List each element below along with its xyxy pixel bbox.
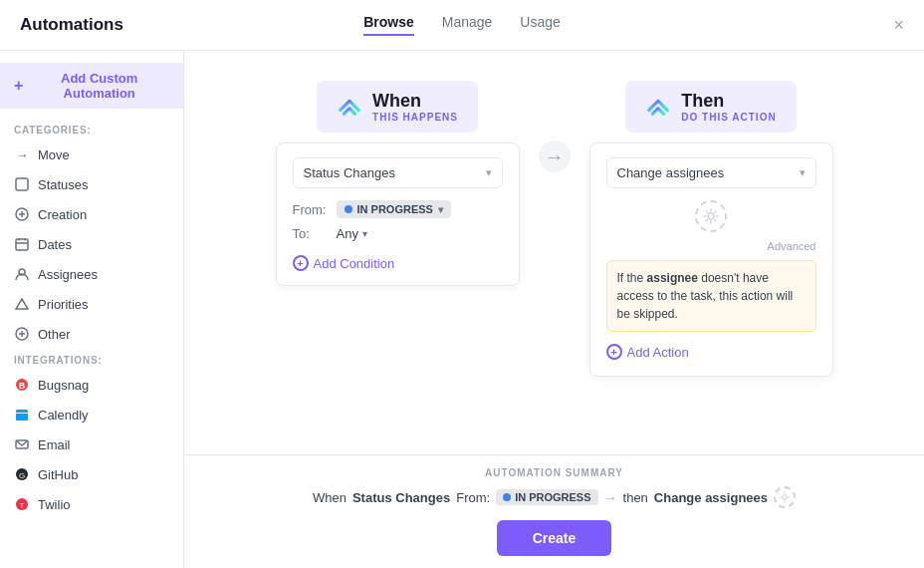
svg-point-22 bbox=[708, 213, 714, 219]
gear-icon bbox=[695, 200, 727, 232]
summary-status-value: IN PROGRESS bbox=[515, 491, 590, 503]
svg-text:T: T bbox=[20, 501, 25, 510]
summary-arrow-icon: → bbox=[604, 490, 617, 505]
chevron-down-icon: ▾ bbox=[486, 166, 492, 179]
advanced-link[interactable]: Advanced bbox=[606, 240, 816, 252]
modal-body: + Add Custom Automation CATEGORIES: → Mo… bbox=[0, 51, 924, 568]
sidebar-item-other[interactable]: Other bbox=[0, 319, 183, 349]
svg-text:G: G bbox=[19, 471, 25, 480]
tabs-container: Browse Manage Usage bbox=[363, 14, 561, 36]
sidebar-item-label: Other bbox=[38, 327, 71, 342]
categories-label: CATEGORIES: bbox=[0, 119, 183, 140]
priorities-icon bbox=[14, 296, 30, 312]
when-sub-text: THIS HAPPENS bbox=[372, 112, 458, 123]
then-block: Then DO THIS ACTION Change assignees ▾ bbox=[589, 81, 833, 377]
to-label: To: bbox=[293, 226, 329, 241]
sidebar-item-github[interactable]: G GitHub bbox=[0, 459, 183, 489]
change-assignees-dropdown[interactable]: Change assignees ▾ bbox=[606, 157, 816, 188]
sidebar-item-calendly[interactable]: Calendly bbox=[0, 400, 183, 429]
sidebar-item-label: Twilio bbox=[38, 497, 71, 512]
email-icon bbox=[14, 436, 30, 452]
sidebar-item-label: Priorities bbox=[38, 297, 89, 312]
warning-text-before: If the bbox=[617, 271, 647, 285]
summary-section: AUTOMATION SUMMARY When Status Changes F… bbox=[184, 454, 924, 568]
automation-builder: When THIS HAPPENS Status Changes ▾ From: bbox=[184, 51, 924, 454]
add-condition-label: Add Condition bbox=[314, 256, 395, 271]
modal-title: Automations bbox=[20, 15, 123, 35]
assignees-icon bbox=[14, 266, 30, 282]
then-title: Then DO THIS ACTION bbox=[681, 91, 776, 123]
creation-icon bbox=[14, 206, 30, 222]
svg-text:B: B bbox=[19, 381, 26, 391]
sidebar-item-label: Email bbox=[38, 437, 71, 452]
summary-status-badge: IN PROGRESS bbox=[496, 489, 597, 505]
status-changes-dropdown[interactable]: Status Changes ▾ bbox=[293, 157, 503, 188]
then-sub-text: DO THIS ACTION bbox=[681, 112, 776, 123]
when-main-text: When bbox=[372, 91, 458, 112]
summary-from: From: bbox=[456, 490, 490, 505]
to-row: To: Any ▾ bbox=[293, 226, 503, 241]
summary-status-dot bbox=[503, 493, 511, 501]
svg-rect-0 bbox=[16, 178, 28, 190]
when-title: When THIS HAPPENS bbox=[372, 91, 458, 123]
calendly-icon bbox=[14, 407, 30, 423]
dropdown-value: Status Changes bbox=[304, 165, 396, 180]
sidebar-item-creation[interactable]: Creation bbox=[0, 199, 183, 229]
action-dropdown-value: Change assignees bbox=[617, 165, 725, 180]
summary-change-assignees: Change assignees bbox=[654, 490, 768, 505]
action-card: Change assignees ▾ Advanced If the assig… bbox=[589, 142, 833, 377]
automations-modal: Automations Browse Manage Usage × + Add … bbox=[0, 0, 924, 568]
warning-bold: assignee bbox=[647, 271, 698, 285]
sidebar-item-assignees[interactable]: Assignees bbox=[0, 259, 183, 289]
main-content: When THIS HAPPENS Status Changes ▾ From: bbox=[184, 51, 924, 568]
sidebar-item-label: Statuses bbox=[38, 177, 89, 192]
condition-card: Status Changes ▾ From: IN PROGRESS ▾ bbox=[276, 142, 520, 286]
tab-manage[interactable]: Manage bbox=[442, 14, 493, 36]
add-custom-automation-button[interactable]: + Add Custom Automation bbox=[0, 63, 183, 109]
sidebar-item-statuses[interactable]: Statuses bbox=[0, 169, 183, 199]
sidebar-item-label: Assignees bbox=[38, 267, 98, 282]
action-chevron-icon: ▾ bbox=[800, 166, 806, 179]
add-condition-plus-icon: + bbox=[293, 255, 309, 271]
summary-text: When Status Changes From: IN PROGRESS → … bbox=[204, 486, 904, 508]
add-action-button[interactable]: + Add Action bbox=[606, 342, 689, 362]
any-chevron: ▾ bbox=[362, 228, 367, 239]
when-clickup-icon bbox=[337, 94, 362, 120]
move-icon: → bbox=[14, 146, 30, 162]
svg-point-23 bbox=[783, 495, 788, 500]
add-action-label: Add Action bbox=[627, 345, 689, 360]
then-clickup-icon bbox=[645, 94, 671, 120]
integrations-label: INTEGRATIONS: bbox=[0, 349, 183, 370]
to-any-dropdown[interactable]: Any ▾ bbox=[337, 226, 367, 241]
when-block: When THIS HAPPENS Status Changes ▾ From: bbox=[276, 81, 520, 286]
then-main-text: Then bbox=[681, 91, 776, 112]
summary-then: then bbox=[623, 490, 648, 505]
sidebar-item-dates[interactable]: Dates bbox=[0, 229, 183, 259]
sidebar-item-move[interactable]: → Move bbox=[0, 140, 183, 169]
sidebar-item-label: Creation bbox=[38, 207, 87, 222]
status-dot bbox=[345, 205, 352, 213]
summary-status-changes: Status Changes bbox=[352, 490, 450, 505]
sidebar-item-bugsnag[interactable]: B Bugsnag bbox=[0, 370, 183, 400]
sidebar-item-label: Calendly bbox=[38, 408, 89, 423]
sidebar-item-priorities[interactable]: Priorities bbox=[0, 289, 183, 319]
github-icon: G bbox=[14, 466, 30, 482]
dates-icon bbox=[14, 236, 30, 252]
twilio-icon: T bbox=[14, 496, 30, 512]
close-button[interactable]: × bbox=[893, 16, 904, 34]
sidebar-item-label: Move bbox=[38, 147, 70, 162]
tab-usage[interactable]: Usage bbox=[520, 14, 560, 36]
add-action-plus-icon: + bbox=[606, 344, 622, 360]
sidebar-item-email[interactable]: Email bbox=[0, 429, 183, 459]
tab-browse[interactable]: Browse bbox=[363, 14, 414, 36]
sidebar-item-twilio[interactable]: T Twilio bbox=[0, 489, 183, 519]
sidebar: + Add Custom Automation CATEGORIES: → Mo… bbox=[0, 51, 184, 568]
from-status-badge[interactable]: IN PROGRESS ▾ bbox=[337, 200, 451, 218]
create-button[interactable]: Create bbox=[497, 520, 612, 556]
then-header: Then DO THIS ACTION bbox=[625, 81, 796, 133]
add-condition-button[interactable]: + Add Condition bbox=[293, 249, 395, 271]
svg-rect-4 bbox=[16, 239, 28, 250]
status-chevron: ▾ bbox=[438, 204, 443, 215]
plus-icon: + bbox=[14, 77, 23, 95]
svg-marker-9 bbox=[16, 299, 28, 309]
